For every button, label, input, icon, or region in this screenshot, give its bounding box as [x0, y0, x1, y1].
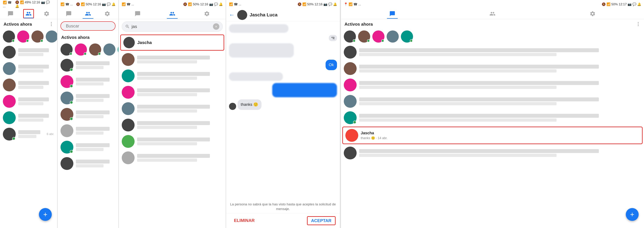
active-avatar-1[interactable] — [3, 30, 15, 43]
tab-bar-3 — [119, 8, 226, 19]
search-results-3: Jascha — [119, 34, 226, 228]
conv-item[interactable] — [0, 93, 57, 110]
active-avatar[interactable] — [401, 30, 413, 43]
search-input-2[interactable] — [66, 23, 119, 28]
conv-item[interactable] — [341, 44, 644, 60]
active-avatar-4[interactable] — [46, 30, 57, 43]
tab-people-1[interactable] — [23, 9, 34, 18]
fab-button-5[interactable]: + — [626, 208, 639, 221]
search-result-item[interactable] — [119, 51, 226, 68]
online-indicator — [353, 120, 356, 124]
search-result-item[interactable] — [119, 133, 226, 150]
status-left-4: 📶 ☎ ... — [229, 2, 241, 6]
conv-item[interactable] — [0, 44, 57, 60]
conv-item[interactable] — [58, 90, 118, 106]
active-avatar-2[interactable] — [17, 30, 29, 43]
conv-name — [18, 114, 49, 118]
conv-item[interactable] — [58, 155, 118, 172]
conv-list-5: Jascha thanks 🙂 · 14 abr. — [341, 44, 644, 228]
msg-row — [229, 72, 337, 81]
accept-button[interactable]: ACEPTAR — [307, 216, 336, 225]
conv-item[interactable] — [58, 106, 118, 122]
online-indicator — [98, 52, 101, 55]
fab-button-1[interactable]: + — [39, 208, 52, 221]
tab-chat-3[interactable] — [132, 9, 143, 18]
conv-item[interactable]: 6 abr. — [0, 126, 57, 142]
clear-search-button-3[interactable]: × — [213, 23, 219, 30]
section-title-1: Activos ahora — [4, 22, 32, 27]
search-result-item[interactable] — [119, 101, 226, 117]
tab-chat-1[interactable] — [5, 9, 16, 18]
online-indicator — [26, 39, 29, 42]
conv-name — [18, 98, 49, 101]
search-result-jascha[interactable]: Jascha — [120, 35, 224, 51]
more-options-5[interactable]: ⋮ — [636, 21, 640, 27]
conv-item[interactable] — [341, 145, 644, 161]
conv-item[interactable] — [58, 122, 118, 139]
conv-avatar — [344, 79, 357, 91]
conv-item-jascha[interactable]: Jascha thanks 🙂 · 14 abr. — [342, 127, 642, 144]
online-indicator — [70, 101, 73, 104]
conv-preview — [18, 118, 43, 122]
section-header-1: Activos ahora ⋮ — [0, 19, 57, 29]
search-result-item[interactable] — [119, 84, 226, 101]
conv-avatar — [122, 102, 134, 115]
chat-header-name: Jascha Luca — [250, 12, 278, 18]
search-result-item[interactable] — [119, 150, 226, 166]
status-left-1: 📶 ☎ ... — [3, 0, 15, 8]
online-indicator — [12, 137, 15, 140]
active-avatar[interactable] — [75, 43, 87, 56]
conv-item[interactable] — [0, 60, 57, 77]
panel-5: 📍 📶 ☎ ... 🔕 📶 50% 12:17 📷 💬 🔔 Activos ah… — [340, 0, 644, 228]
msg-row — [229, 24, 337, 33]
section-header-5: Activos ahora ⋮ — [341, 19, 644, 29]
online-indicator — [367, 39, 370, 42]
online-indicator — [410, 39, 413, 42]
msg-row: thanks 🙂 — [229, 99, 337, 110]
tab-people-2[interactable] — [83, 9, 93, 18]
conv-name — [18, 65, 49, 69]
active-avatar-3[interactable] — [32, 30, 44, 43]
search-result-avatar — [123, 37, 135, 48]
chat-header: ← Jascha Luca — [226, 8, 340, 21]
conv-item[interactable] — [58, 73, 118, 90]
conv-item[interactable] — [341, 110, 644, 126]
active-avatar[interactable] — [103, 43, 116, 56]
msg-row — [229, 43, 337, 58]
tab-people-3[interactable] — [167, 9, 178, 18]
active-avatar[interactable] — [118, 43, 118, 56]
active-avatar[interactable] — [60, 43, 73, 56]
conv-item[interactable] — [341, 60, 644, 77]
tab-people-5[interactable] — [487, 9, 498, 18]
conv-item[interactable] — [341, 93, 644, 110]
message-bubble: thanks 🙂 — [238, 99, 262, 110]
tab-chat-5[interactable] — [387, 9, 398, 18]
active-avatar[interactable] — [372, 30, 384, 43]
back-button[interactable]: ← — [229, 11, 235, 18]
active-avatar[interactable] — [344, 30, 356, 43]
conv-item[interactable] — [58, 139, 118, 155]
more-options-1[interactable]: ⋮ — [49, 21, 54, 27]
search-result-item[interactable] — [119, 68, 226, 84]
tab-settings-5[interactable] — [587, 9, 598, 18]
search-input-3[interactable] — [132, 24, 211, 29]
conv-item[interactable] — [0, 110, 57, 126]
search-result-item[interactable] — [119, 117, 226, 133]
tab-chat-2[interactable] — [63, 9, 74, 18]
conv-list-1: 6 abr. — [0, 44, 57, 228]
conv-avatar — [3, 95, 16, 108]
conv-item[interactable] — [341, 77, 644, 93]
tab-settings-1[interactable] — [41, 9, 52, 18]
delete-button[interactable]: ELIMINAR — [230, 216, 258, 225]
conv-item[interactable] — [0, 77, 57, 93]
active-avatar[interactable] — [358, 30, 370, 43]
section-title-2: Activos ahora — [61, 35, 90, 40]
tab-settings-2[interactable] — [102, 9, 113, 18]
tab-settings-3[interactable] — [202, 9, 212, 18]
conv-item[interactable] — [58, 57, 118, 73]
search-bar-3[interactable]: × — [122, 21, 223, 32]
active-avatar[interactable] — [89, 43, 101, 56]
search-bar-2[interactable] — [60, 21, 116, 31]
active-avatar[interactable] — [386, 30, 399, 43]
conv-avatar-jascha — [346, 129, 358, 142]
